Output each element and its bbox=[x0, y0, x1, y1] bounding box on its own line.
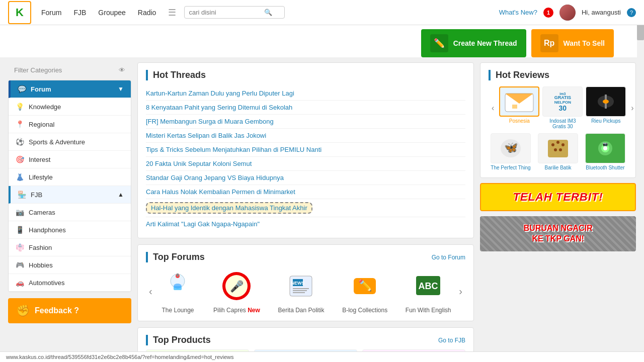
avatar[interactable] bbox=[559, 5, 576, 21]
go-to-forum-link[interactable]: Go to Forum bbox=[432, 254, 465, 261]
forum-item-english[interactable]: ABC Fun With English bbox=[406, 268, 451, 314]
svg-rect-11 bbox=[293, 288, 309, 289]
sidebar-item-cameras[interactable]: 📷 Cameras bbox=[9, 204, 131, 221]
thread-link-7[interactable]: Cara Halus Nolak Kembalian Permen di Min… bbox=[146, 188, 295, 196]
cameras-icon: 📷 bbox=[16, 208, 24, 216]
create-thread-button[interactable]: ✏️ Create New Thread bbox=[421, 29, 526, 57]
thread-item: Tips & Tricks Sebelum Menjatuhkan Piliha… bbox=[146, 143, 465, 157]
svg-rect-12 bbox=[293, 290, 307, 291]
forum-item-lounge[interactable]: The Lounge bbox=[160, 268, 195, 314]
thread-link-1[interactable]: 8 Kenyataan Pahit yang Sering Ditemui di… bbox=[146, 104, 292, 111]
forum-berita-label: Berita Dan Politik bbox=[278, 307, 324, 314]
sidebar-item-sports[interactable]: ⚽ Sports & Adventure bbox=[9, 133, 131, 151]
reviews-bottom-items: 🦋 The Perfect Thing Barilie Batik 📷 Blue… bbox=[489, 133, 627, 170]
sidebar: Filter Categories 👁 💬 Forum ▼ 💡 Knowledg… bbox=[8, 62, 131, 362]
whats-new-link[interactable]: What's New? bbox=[499, 9, 537, 16]
header: K Forum FJB Groupee Radio ☰ 🔍 What's New… bbox=[0, 0, 644, 25]
regional-icon: 📍 bbox=[16, 120, 24, 128]
thread-link-6[interactable]: Standar Gaji Orang Jepang VS Biaya Hidup… bbox=[146, 174, 284, 182]
review-rieu[interactable]: Rieu Pickups bbox=[586, 86, 626, 129]
nav-fjb[interactable]: FJB bbox=[73, 9, 86, 17]
visibility-icon[interactable]: 👁 bbox=[119, 66, 125, 74]
ad-ngacir[interactable]: BURUAN NGACIRKE TKP GAN! bbox=[480, 216, 636, 251]
thread-item: 20 Fakta Unik Seputar Koloni Semut bbox=[146, 157, 465, 171]
sidebar-item-forum[interactable]: 💬 Forum ▼ bbox=[9, 80, 131, 98]
search-input[interactable] bbox=[189, 9, 264, 16]
hobbies-icon: 🎮 bbox=[16, 261, 24, 269]
top-forums-section: Top Forums Go to Forum ‹ bbox=[137, 244, 474, 321]
review-indosat[interactable]: im3 GRATIS NELPON 30 Indosat IM3 Gratis … bbox=[542, 86, 583, 129]
forum-icon-wrap-english: ABC bbox=[411, 268, 446, 304]
thread-item: Misteri Kertas Selipan di Balik Jas Joko… bbox=[146, 129, 465, 143]
berita-svg-icon: NEWS bbox=[286, 271, 316, 301]
feedback-button[interactable]: ✊ Feedback ? bbox=[8, 298, 131, 323]
fashion-icon: 👘 bbox=[16, 243, 24, 251]
review-barilie-batik[interactable]: Barilie Batik bbox=[538, 133, 578, 170]
sidebar-item-automotives[interactable]: 🚗 Automotives bbox=[9, 274, 131, 292]
thread-item: Kartun-Kartun Zaman Dulu yang Perlu Dipu… bbox=[146, 86, 465, 101]
sidebar-item-fjb[interactable]: 🏪 FJB ▲ bbox=[9, 186, 131, 204]
sidebar-fashion-label: Fashion bbox=[29, 244, 124, 251]
sidebar-item-fashion[interactable]: 👘 Fashion bbox=[9, 239, 131, 256]
forums-prev-button[interactable]: ‹ bbox=[146, 286, 155, 297]
svg-text:NEWS: NEWS bbox=[291, 281, 305, 286]
review-bluetooth-shutter[interactable]: 📷 Bluetooth Shutter bbox=[585, 133, 625, 170]
svg-rect-32 bbox=[512, 105, 517, 109]
sidebar-item-knowledge[interactable]: 💡 Knowledge bbox=[9, 98, 131, 116]
ad-ngacir-bg: BURUAN NGACIRKE TKP GAN! bbox=[480, 216, 636, 251]
thread-link-3[interactable]: Misteri Kertas Selipan di Balik Jas Joko… bbox=[146, 132, 266, 139]
top-products-header: Top Products Go to FJB bbox=[146, 335, 465, 345]
sidebar-item-regional[interactable]: 📍 Regional bbox=[9, 116, 131, 133]
forums-next-button[interactable]: › bbox=[456, 286, 465, 297]
reviews-row-top: ‹ Posnesia im3 GRATIS NELPO bbox=[489, 86, 627, 129]
forum-item-berita[interactable]: NEWS Berita Dan Politik bbox=[278, 268, 324, 314]
thread-link-0[interactable]: Kartun-Kartun Zaman Dulu yang Perlu Dipu… bbox=[146, 89, 294, 97]
review-posnesia[interactable]: Posnesia bbox=[499, 86, 539, 129]
thread-item: Cara Halus Nolak Kembalian Permen di Min… bbox=[146, 185, 465, 199]
go-to-fjb-link[interactable]: Go to FJB bbox=[438, 337, 465, 344]
thread-link-9[interactable]: Arti Kalimat "Lagi Gak Ngapa-Ngapain" bbox=[146, 220, 260, 228]
logo[interactable]: K bbox=[8, 1, 31, 24]
banner-area: ✏️ Create New Thread Rp Want To Sell bbox=[0, 25, 644, 57]
nav-radio[interactable]: Radio bbox=[138, 9, 156, 17]
reviews-next-button[interactable]: › bbox=[628, 103, 636, 114]
perfect-thing-img: 🦋 bbox=[491, 133, 531, 163]
knowledge-icon: 💡 bbox=[16, 103, 24, 111]
barilie-batik-label: Barilie Batik bbox=[545, 165, 572, 170]
help-icon[interactable]: ? bbox=[627, 8, 636, 17]
fjb-icon: 🏪 bbox=[18, 191, 26, 199]
sidebar-menu: 💬 Forum ▼ 💡 Knowledge 📍 Regional ⚽ Sport… bbox=[8, 80, 131, 292]
automotives-icon: 🚗 bbox=[16, 279, 24, 287]
sidebar-knowledge-label: Knowledge bbox=[29, 103, 124, 111]
sidebar-item-hobbies[interactable]: 🎮 Hobbies bbox=[9, 256, 131, 274]
want-to-sell-button[interactable]: Rp Want To Sell bbox=[531, 29, 614, 57]
search-icon[interactable]: 🔍 bbox=[264, 9, 272, 16]
capres-svg-icon: 🎤 bbox=[221, 271, 252, 301]
thread-link-2[interactable]: [FR] Membangun Surga di Muara Gembong bbox=[146, 118, 274, 125]
user-greeting[interactable]: Hi, awangusti bbox=[582, 9, 621, 16]
scrollbar[interactable] bbox=[637, 0, 644, 362]
reviews-prev-button[interactable]: ‹ bbox=[489, 103, 497, 114]
thread-item: [FR] Membangun Surga di Muara Gembong bbox=[146, 115, 465, 129]
ad-telah-text: TELAH TERBIT! bbox=[513, 191, 603, 204]
hot-reviews-section: Hot Reviews ‹ Posnesia im3 bbox=[480, 62, 636, 178]
forum-item-capres[interactable]: 🎤 Pilih Capres New bbox=[213, 268, 260, 314]
notification-badge[interactable]: 1 bbox=[543, 8, 553, 18]
forum-item-blog[interactable]: ✏️ B-log Collections bbox=[342, 268, 387, 314]
thread-item: Arti Kalimat "Lagi Gak Ngapa-Ngapain" bbox=[146, 217, 465, 231]
review-perfect-thing[interactable]: 🦋 The Perfect Thing bbox=[491, 133, 531, 170]
thread-link-8[interactable]: Hal-Hal yang Identik dengan Mahasiswa Ti… bbox=[146, 202, 312, 214]
svg-point-44 bbox=[559, 148, 562, 151]
sidebar-item-handphones[interactable]: 📱 Handphones bbox=[9, 221, 131, 239]
fist-icon: ✊ bbox=[16, 304, 30, 317]
nav-groupee[interactable]: Groupee bbox=[98, 9, 125, 17]
sidebar-item-lifestyle[interactable]: 👗 Lifestyle bbox=[9, 168, 131, 186]
thread-link-4[interactable]: Tips & Tricks Sebelum Menjatuhkan Piliha… bbox=[146, 146, 321, 153]
thread-link-5[interactable]: 20 Fakta Unik Seputar Koloni Semut bbox=[146, 160, 252, 167]
sidebar-item-interest[interactable]: 🎯 Interest bbox=[9, 151, 131, 168]
svg-text:🦋: 🦋 bbox=[504, 141, 518, 154]
hamburger-icon[interactable]: ☰ bbox=[168, 7, 176, 18]
ad-telah-terbit[interactable]: TELAH TERBIT! bbox=[480, 183, 636, 211]
nav-forum[interactable]: Forum bbox=[41, 9, 61, 17]
svg-point-36 bbox=[603, 100, 609, 104]
